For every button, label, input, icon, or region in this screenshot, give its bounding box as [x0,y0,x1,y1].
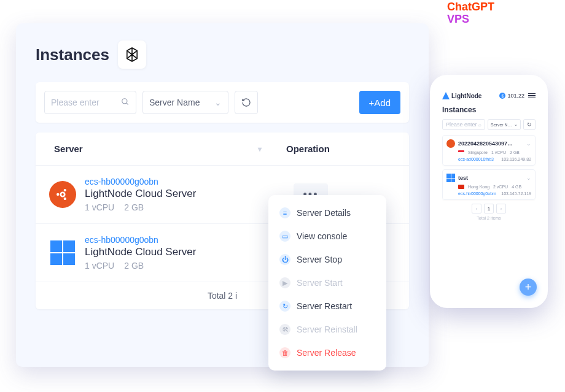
server-name: LightNode Cloud Server [85,246,294,258]
wrench-icon: 🛠 [279,324,290,335]
play-icon: ▶ [279,277,290,288]
windows-icon [49,239,76,266]
menu-server-restart[interactable]: ↻ Server Restart [268,294,386,318]
balance[interactable]: $ 101.22 [499,93,524,99]
spec-cpu: 2 vCPU [493,185,508,189]
mobile-page-title: Instances [442,106,536,114]
column-server: Server ▾ [54,144,286,154]
server-info: ecs-hb00000g0obn LightNode Cloud Server … [85,177,294,212]
page-number[interactable]: 1 [484,204,494,213]
mobile-server-ip: 103.145.72.119 [501,191,531,196]
ubuntu-icon [49,181,76,208]
chevron-down-icon[interactable]: ⌄ [526,175,531,181]
search-placeholder: Please enter [51,98,99,107]
spec-ram: 2 GB [124,202,144,212]
filter-select[interactable]: Server Name ⌄ [142,91,228,114]
next-page-button[interactable]: › [496,204,506,213]
filter-bar: Please enter Server Name ⌄ +Add [36,82,409,123]
svg-point-2 [61,193,65,197]
phone-screen: LightNode $ 101.22 Instances Please ente… [435,80,543,303]
mobile-total-label: Total 2 items [442,216,536,220]
mobile-instance-card[interactable]: test ⌄ Hong Kong 2 vCPU 4 GB ecs-hb00000… [442,169,536,200]
mobile-filter-label: Server N… [491,123,512,127]
trash-icon: 🗑 [279,347,290,358]
refresh-icon [241,98,251,107]
flag-icon [458,150,464,155]
mobile-server-ip: 103.136.249.82 [501,157,531,161]
openai-icon [123,46,141,63]
mobile-pagination: ‹ 1 › [442,204,536,213]
menu-server-details[interactable]: ≡ Server Details [268,201,386,225]
search-input[interactable]: Please enter [44,91,136,114]
menu-label: Server Start [297,278,343,288]
page-title: Instances [36,45,109,64]
prev-page-button[interactable]: ‹ [472,204,481,213]
mobile-server-id[interactable]: ecs-hb00000g0obm [458,191,496,196]
add-button[interactable]: +Add [359,91,400,114]
region-label: Singapore [468,150,488,155]
mobile-preview: LightNode $ 101.22 Instances Please ente… [430,75,548,308]
mobile-add-fab[interactable]: + [520,279,537,296]
openai-logo [118,40,146,69]
mobile-toolbar: Please enter ⌕ Server N… ⌄ ↻ [442,119,536,130]
brand-label: LightNode [451,93,481,99]
mobile-refresh-button[interactable]: ↻ [523,119,536,130]
menu-server-start: ▶ Server Start [268,271,386,294]
plus-icon: + [525,281,532,294]
server-name: LightNode Cloud Server [85,188,294,200]
mobile-server-name: test [458,175,468,181]
panel-header: Instances [36,40,409,69]
server-id[interactable]: ecs-hb00000g0obn [85,235,294,245]
column-server-label: Server [54,144,83,154]
brand: LightNode [442,92,481,99]
menu-button[interactable] [528,93,536,99]
mobile-search-input[interactable]: Please enter ⌕ [442,119,485,130]
menu-view-console[interactable]: ▭ View console [268,225,386,248]
balance-value: 101.22 [507,93,524,99]
server-specs: 1 vCPU 2 GB [85,202,294,212]
menu-server-stop[interactable]: ⏻ Server Stop [268,248,386,271]
svg-point-3 [56,193,59,196]
region-label: Hong Kong [468,185,489,189]
filter-select-label: Server Name [149,98,200,107]
menu-label: Server Details [297,208,351,218]
chevron-down-icon[interactable]: ⌄ [526,140,531,147]
spec-ram: 4 GB [512,185,521,189]
mobile-server-name: 2022042820543097… [458,140,513,147]
watermark-line1: ChatGPT [447,1,494,13]
table-header: Server ▾ Operation [36,133,409,166]
svg-point-4 [64,189,66,191]
watermark: ChatGPT VPS [447,1,494,26]
spec-cpu: 1 vCPU [491,150,506,155]
menu-label: Server Reinstall [297,325,357,334]
refresh-icon: ↻ [527,121,532,128]
details-icon: ≡ [279,207,290,218]
watermark-line2: VPS [447,13,494,26]
server-specs: 1 vCPU 2 GB [85,261,294,271]
windows-icon [446,174,455,182]
menu-server-release[interactable]: 🗑 Server Release [268,341,386,364]
mobile-filter-select[interactable]: Server N… ⌄ [488,119,521,130]
server-id[interactable]: ecs-hb00000g0obn [85,177,294,186]
filter-icon[interactable]: ▾ [258,145,262,153]
mobile-server-meta: Singapore 1 vCPU 2 GB [458,150,531,155]
column-operation: Operation [286,144,391,154]
spec-ram: 2 GB [510,150,520,155]
svg-line-1 [127,102,128,104]
menu-server-reinstall: 🛠 Server Reinstall [268,318,386,341]
menu-label: Server Stop [297,255,342,264]
svg-point-5 [64,198,66,200]
menu-label: View console [297,231,347,241]
brand-icon [442,92,450,99]
mobile-instance-card[interactable]: 2022042820543097… ⌄ Singapore 1 vCPU 2 G… [442,135,536,166]
search-icon: ⌕ [478,122,481,128]
menu-label: Server Release [297,348,356,358]
svg-point-0 [122,98,127,103]
flag-icon [458,185,464,189]
spec-cpu: 1 vCPU [85,202,114,212]
refresh-button[interactable] [235,91,258,114]
row-actions-menu: ≡ Server Details ▭ View console ⏻ Server… [268,195,386,371]
coin-icon: $ [499,93,505,99]
mobile-server-meta: Hong Kong 2 vCPU 4 GB [458,185,531,189]
mobile-server-id[interactable]: ecs-ad000010fhb3 [458,157,494,161]
